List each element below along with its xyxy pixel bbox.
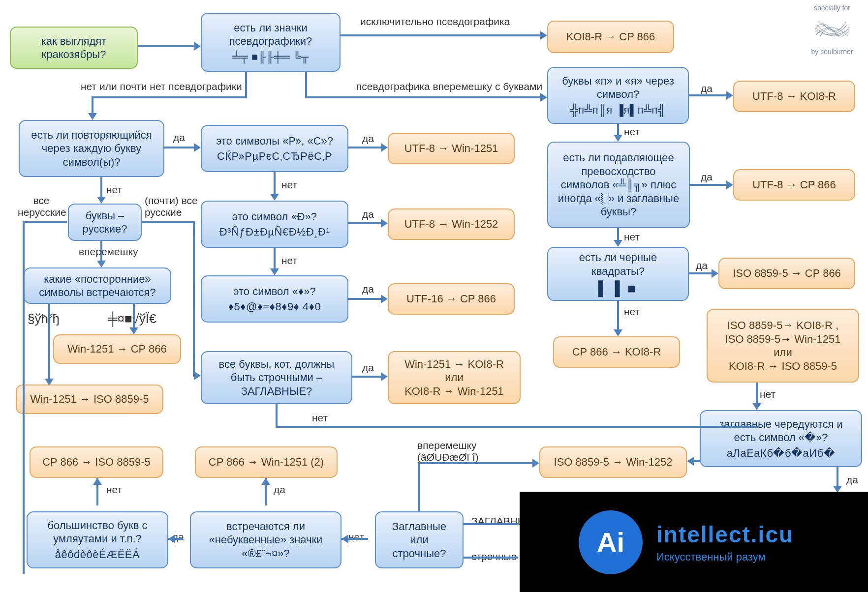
q-repeat: есть ли повторяющийся через каждую букву… [19, 120, 164, 177]
lbl-net-3: нет [281, 179, 297, 191]
lbl-mix: вперемешку [79, 246, 138, 258]
q-nonletter: встречаются ли «небуквенные» значки «®£¨… [190, 511, 341, 568]
lbl-net-4: нет [281, 255, 297, 266]
r-utf8-koi8: UTF-8 → KOI8-R [733, 81, 855, 112]
r-utf16-cp866: UTF-16 → CP 866 [388, 283, 515, 315]
q-foreign: какие «посторонние» символы встречаются? [24, 267, 171, 304]
lbl-net-9: нет [106, 484, 122, 496]
q-case: Заглавные или строчные? [375, 511, 464, 568]
lbl-da-8: да [362, 362, 374, 374]
lbl-net-5: нет [624, 231, 640, 243]
sample-right: ╪¤■√ўÏ€ [108, 312, 156, 326]
start-text: как выглядят кракозябры? [20, 34, 128, 61]
r-utf8-win1251: UTF-8 → Win-1251 [388, 133, 515, 164]
q-caps: все буквы, кот. должны быть строчными – … [201, 351, 352, 404]
q-preobl: есть ли подавляющее превосходство символ… [547, 142, 690, 228]
lbl-all-rus: (почти) все русские [145, 195, 204, 218]
lbl-net-6: нет [624, 306, 640, 318]
lbl-mixed: псевдографика вперемешку с буквами [356, 81, 542, 92]
sample-left: §ўħŕђ [28, 312, 60, 326]
brand-line2: Искусственный разум [656, 551, 794, 563]
r-utf8-win1252: UTF-8 → Win-1252 [388, 208, 515, 240]
q-p-ya: буквы «п» и «я» через символ? ╬п╩п║я ▐я▌… [547, 67, 689, 124]
q-diamond: это символ «♦»? ♦5♦@♦=♦8♦9♦ 4♦0 [201, 275, 348, 323]
start-node: как выглядят кракозябры? [10, 27, 138, 69]
brand-text: intellect.icu Искусственный разум [656, 521, 794, 563]
lbl-net-10: нет [348, 531, 364, 543]
q-pya-sample: ╬п╩п║я ▐я▌п╩п╣ [570, 103, 666, 117]
brand-overlay: Ai intellect.icu Искусственный разум [520, 492, 868, 592]
lbl-da-6: да [696, 260, 708, 271]
r-win1251-iso: Win-1251 → ISO 8859-5 [16, 385, 163, 414]
q-umlaut: большинство букв с умляутами и т.п.? åêô… [27, 511, 168, 568]
watermark-bottom: by soulburner [800, 48, 864, 56]
lbl-net-8: нет [760, 388, 775, 400]
lbl-da-7: да [362, 283, 374, 295]
r-iso-block: ISO 8859-5→ KOI8-R , ISO 8859-5→ Win-125… [707, 309, 859, 383]
lbl-da-4: да [701, 171, 713, 183]
q-repeat-text: есть ли повторяющийся через каждую букву… [29, 128, 155, 169]
r-iso-win1252: ISO 8859-5 → Win-1252 [539, 446, 687, 478]
watermark-top: specially for [800, 4, 864, 12]
lbl-no-pseudo: нет или почти нет псевдографики [81, 81, 242, 92]
brand-line1: intellect.icu [656, 521, 794, 548]
lbl-all-nonrus: все нерусские [18, 195, 65, 218]
r-win-koi-or: Win-1251 → KOI8-R или KOI8-R → Win-1251 [388, 351, 521, 404]
lbl-da-3: да [362, 133, 374, 145]
r-koi8-cp866: KOI8-R → CP 866 [547, 21, 674, 53]
q-russian: буквы – русские? [68, 204, 142, 241]
lbl-da-11: да [846, 474, 858, 486]
q-pseudographics: есть ли значки псевдографики? ╧╤ ■╟╟╪═ ╚… [201, 13, 341, 72]
r-cp866-iso: CP 866 → ISO 8859-5 [30, 446, 163, 478]
r-iso-cp866: ISO 8859-5 → CP 866 [718, 258, 855, 289]
lbl-net-2: нет [106, 184, 122, 196]
lbl-da-10: да [274, 484, 285, 496]
r-utf8-cp866: UTF-8 → CP 866 [733, 169, 855, 201]
lbl-net-7: нет [312, 412, 328, 424]
q-pya-text: буквы «п» и «я» через символ? [557, 74, 679, 101]
q-altern: заглавные чередуются и есть символ «�»? … [700, 410, 862, 467]
q-pseudo-sample: ╧╤ ■╟╟╪═ ╚╥ [232, 50, 309, 64]
lbl-da-5: да [362, 208, 374, 220]
lbl-da-1: да [701, 83, 713, 94]
watermark: specially for by soulburner [800, 4, 864, 56]
lbl-only-pseudo: исключительно псевдографика [360, 16, 510, 28]
r-cp866-koi8: CP 866 → KOI8-R [553, 336, 680, 368]
scribble-icon [812, 14, 852, 46]
lbl-net-1: нет [624, 126, 640, 138]
brand-badge: Ai [579, 510, 643, 574]
lbl-da-2: да [173, 132, 185, 144]
r-cp866-win1251: CP 866 → Win-1251 (2) [195, 446, 338, 478]
q-pseudo-text: есть ли значки псевдографики? [211, 21, 331, 48]
q-blacksq: есть ли черные квадраты? ▌▐ ■ [547, 247, 689, 301]
q-rc: это символы «Р», «С»? СЌР»РµРєС‚СЂРёС‚Р [201, 125, 348, 172]
lbl-vperem: вперемешку (äØUÐæØï î) [417, 440, 526, 463]
q-d: это символ «Ð»? Ð³ÑƒÐ±ÐµÑ€Ð½Đ¸Đ¹ [201, 201, 348, 248]
r-win1251-cp866: Win-1251 → CP 866 [53, 334, 181, 364]
